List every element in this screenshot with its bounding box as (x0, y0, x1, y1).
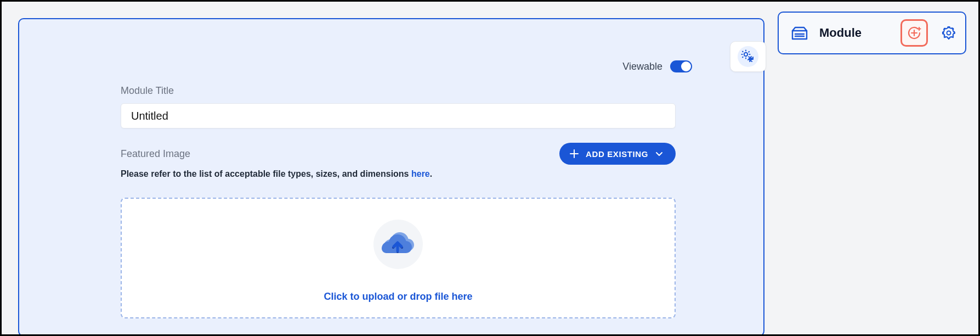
module-card[interactable]: Module (778, 12, 966, 54)
module-title-label: Module Title (121, 85, 676, 97)
upload-icon-wrap (373, 220, 423, 269)
module-title-input[interactable] (121, 103, 676, 128)
collapse-settings-button[interactable] (730, 41, 766, 72)
add-existing-button[interactable]: ADD EXISTING (559, 143, 676, 165)
featured-image-label: Featured Image (121, 148, 190, 160)
module-settings-button[interactable] (940, 24, 958, 42)
app-frame: Viewable Module Title Featured Image ADD… (0, 0, 980, 336)
editor-column: Viewable Module Title Featured Image ADD… (2, 2, 770, 334)
module-icon (790, 25, 809, 41)
collapse-settings-inner (738, 46, 758, 67)
featured-image-row: Featured Image ADD EXISTING (121, 143, 676, 165)
viewable-row: Viewable (622, 60, 692, 72)
module-editor-card: Viewable Module Title Featured Image ADD… (18, 18, 764, 336)
svg-point-0 (744, 53, 747, 56)
plus-icon (569, 149, 579, 159)
gear-collapse-icon (740, 48, 756, 65)
viewable-label: Viewable (622, 61, 662, 72)
helper-text: Please refer to the list of acceptable f… (121, 169, 676, 179)
chevron-down-icon (655, 149, 664, 158)
form-area: Module Title Featured Image ADD EXISTING… (121, 85, 676, 318)
module-icon-box (789, 22, 811, 44)
upload-dropzone[interactable]: Click to upload or drop file here (121, 198, 676, 318)
helper-text-prefix: Please refer to the list of acceptable f… (121, 169, 411, 178)
module-card-title: Module (819, 26, 892, 40)
helper-text-suffix: . (430, 169, 432, 178)
viewable-toggle[interactable] (670, 60, 692, 72)
svg-point-1 (947, 31, 951, 35)
add-module-button[interactable] (900, 19, 928, 47)
add-existing-label: ADD EXISTING (586, 149, 648, 159)
sidebar-column: Module (770, 2, 978, 334)
add-circle-plus-icon (906, 25, 922, 41)
helper-link[interactable]: here (411, 169, 430, 178)
cloud-upload-icon (381, 231, 416, 257)
dropzone-text: Click to upload or drop file here (324, 291, 472, 303)
gear-icon (942, 26, 956, 40)
app-canvas: Viewable Module Title Featured Image ADD… (2, 2, 978, 334)
